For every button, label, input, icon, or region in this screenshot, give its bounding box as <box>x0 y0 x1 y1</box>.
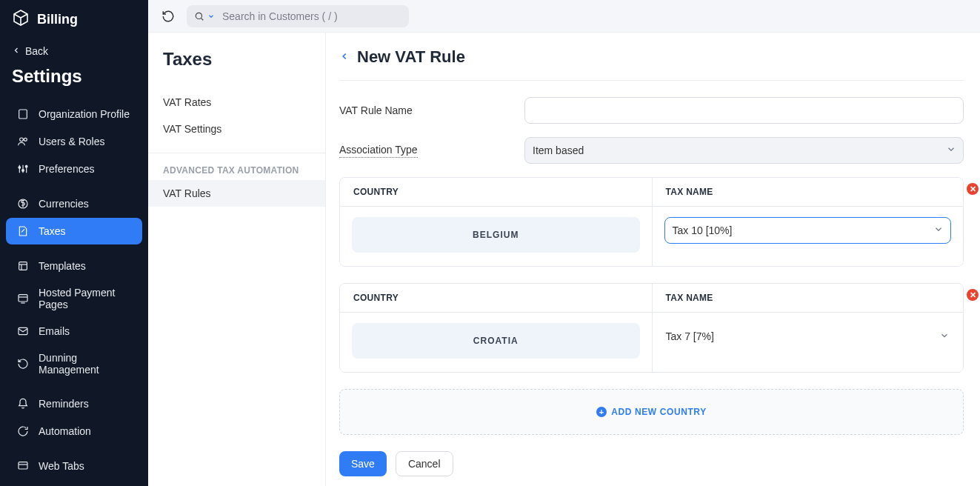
sidebar-item-dunning-management[interactable]: Dunning Management <box>6 345 142 382</box>
sidebar-item-label: Preferences <box>39 163 94 175</box>
sidebar-item-label: Hosted Payment Pages <box>39 287 132 310</box>
sidebar-item-label: Emails <box>39 325 70 337</box>
app-sidebar: Billing Back Settings Organization Profi… <box>0 0 148 486</box>
sidebar-item-automation[interactable]: Automation <box>6 418 142 445</box>
automation-icon <box>16 425 30 438</box>
svg-rect-14 <box>19 262 27 270</box>
svg-rect-0 <box>19 110 27 119</box>
add-country-button[interactable]: + ADD NEW COUNTRY <box>339 389 964 435</box>
col-country-header: COUNTRY <box>340 284 652 312</box>
users-icon <box>16 135 30 148</box>
chevron-left-icon <box>12 45 21 57</box>
cancel-button[interactable]: Cancel <box>396 451 453 476</box>
svg-point-12 <box>25 165 27 167</box>
country-pill[interactable]: CROATIA <box>352 323 640 359</box>
taxes-icon <box>16 224 30 238</box>
sidebar-item-web-tabs[interactable]: Web Tabs <box>6 453 142 479</box>
sidebar-item-currencies[interactable]: Currencies <box>6 190 142 217</box>
sidebar-item-taxes[interactable]: Taxes <box>6 218 142 244</box>
nav-group-tail: Web Tabs <box>0 452 148 486</box>
col-country-header: COUNTRY <box>340 178 652 206</box>
sidebar-item-label: Reminders <box>39 398 89 410</box>
svg-point-6 <box>24 138 27 141</box>
country-tax-block: COUNTRY TAX NAME CROATIA Tax 7 [7%] ✕ <box>339 283 964 373</box>
search-wrap[interactable] <box>187 5 409 27</box>
sidebar-item-emails[interactable]: Emails <box>6 318 142 344</box>
country-pill[interactable]: BELGIUM <box>352 217 640 253</box>
sidebar-item-hosted-payment-pages[interactable]: Hosted Payment Pages <box>6 280 142 317</box>
sidebar-item-label: Taxes <box>39 225 66 237</box>
reminders-icon <box>16 397 30 410</box>
subnav-item-vat-rates[interactable]: VAT Rates <box>148 89 325 116</box>
col-tax-header: TAX NAME <box>652 178 964 206</box>
nav-group-top: Organization ProfileUsers & RolesPrefere… <box>0 100 148 189</box>
subnav: Taxes VAT RatesVAT Settings ADVANCED TAX… <box>148 33 326 486</box>
org-icon <box>16 107 30 121</box>
country-tax-block: COUNTRY TAX NAME BELGIUM Tax 10 [10%] ✕ <box>339 177 964 267</box>
subnav-item-vat-settings[interactable]: VAT Settings <box>148 116 325 142</box>
chevron-down-icon <box>939 330 950 343</box>
emails-icon <box>16 324 30 338</box>
sidebar-item-label: Templates <box>39 260 86 272</box>
svg-point-11 <box>22 170 24 172</box>
col-tax-header: TAX NAME <box>652 284 964 312</box>
sidebar-item-organization-profile[interactable]: Organization Profile <box>6 101 142 127</box>
topbar <box>148 0 980 33</box>
svg-point-10 <box>19 167 21 169</box>
association-type-value: Item based <box>533 144 584 156</box>
brand-logo-icon <box>12 9 30 30</box>
brand: Billing <box>0 0 148 41</box>
nav-group-mid: CurrenciesTaxes <box>0 190 148 251</box>
tax-name-value: Tax 7 [7%] <box>666 330 714 342</box>
sidebar-item-label: Organization Profile <box>39 108 130 120</box>
plus-icon: + <box>596 407 607 417</box>
webtabs-icon <box>16 459 30 473</box>
tax-name-value: Tax 10 [10%] <box>673 224 733 236</box>
subnav-item-vat-rules[interactable]: VAT Rules <box>148 180 325 207</box>
templates-icon <box>16 259 30 273</box>
delete-row-button[interactable]: ✕ <box>967 289 979 301</box>
save-button[interactable]: Save <box>339 451 387 476</box>
search-icon <box>194 11 215 21</box>
hosted-icon <box>16 292 30 305</box>
svg-line-24 <box>201 18 204 20</box>
refresh-button[interactable] <box>159 7 178 26</box>
search-input[interactable] <box>215 10 401 22</box>
sidebar-item-label: Users & Roles <box>39 136 104 147</box>
sidebar-item-preferences[interactable]: Preferences <box>6 156 142 182</box>
svg-point-23 <box>196 13 201 19</box>
prefs-icon <box>16 162 30 176</box>
association-type-select[interactable]: Item based <box>524 137 964 164</box>
subnav-section-label: ADVANCED TAX AUTOMATION <box>148 153 325 180</box>
main-content: New VAT Rule VAT Rule Name Association T… <box>326 33 980 486</box>
nav-group-last: RemindersAutomation <box>0 390 148 451</box>
add-country-label: ADD NEW COUNTRY <box>611 407 707 417</box>
svg-rect-17 <box>19 295 27 302</box>
back-label: Back <box>25 45 48 57</box>
association-type-label: Association Type <box>339 144 418 158</box>
sidebar-item-users-roles[interactable]: Users & Roles <box>6 128 142 155</box>
sidebar-item-templates[interactable]: Templates <box>6 253 142 279</box>
nav-group-bottom: TemplatesHosted Payment PagesEmailsDunni… <box>0 252 148 389</box>
settings-heading: Settings <box>0 61 148 100</box>
svg-point-5 <box>20 138 24 142</box>
svg-rect-21 <box>19 462 27 469</box>
sidebar-item-label: Currencies <box>39 198 89 210</box>
tax-name-select[interactable]: Tax 7 [7%] <box>664 323 952 350</box>
page-title: New VAT Rule <box>357 47 465 67</box>
currency-icon <box>16 197 30 210</box>
vat-rule-name-input[interactable] <box>524 97 964 124</box>
name-label: VAT Rule Name <box>339 104 413 116</box>
subnav-title: Taxes <box>148 33 325 89</box>
sidebar-item-reminders[interactable]: Reminders <box>6 390 142 417</box>
delete-row-button[interactable]: ✕ <box>967 183 979 195</box>
dunning-icon <box>16 357 30 370</box>
sidebar-item-label: Automation <box>39 425 91 437</box>
back-link[interactable]: Back <box>0 41 148 61</box>
page-back-button[interactable] <box>339 50 350 64</box>
sidebar-item-label: Web Tabs <box>39 460 84 472</box>
brand-label: Billing <box>37 12 78 27</box>
sidebar-item-label: Dunning Management <box>39 352 132 376</box>
tax-name-select[interactable]: Tax 10 [10%] <box>664 217 952 244</box>
